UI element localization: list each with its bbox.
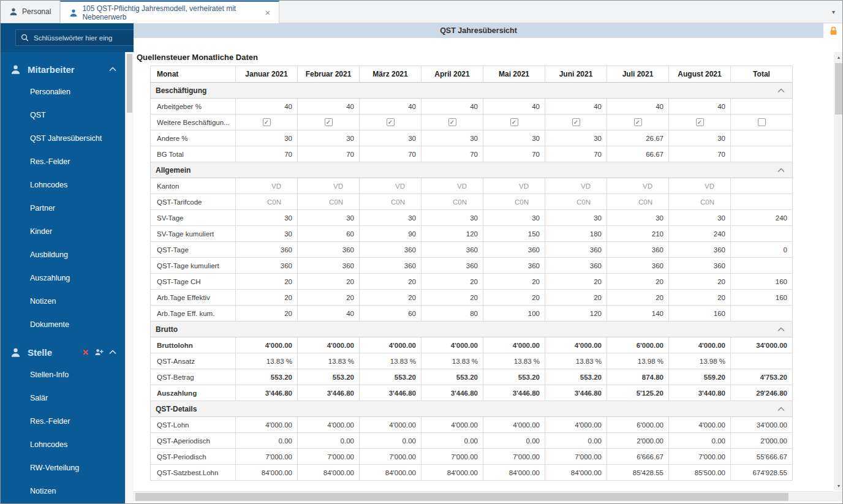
cell[interactable]: 13.83 % <box>483 353 545 369</box>
cell[interactable]: 20 <box>483 274 545 290</box>
cell[interactable]: ✓ <box>360 115 422 130</box>
cell[interactable]: VD <box>236 178 298 194</box>
cell[interactable]: 3'440.80 <box>669 385 731 401</box>
cell[interactable]: 0.00 <box>360 433 422 449</box>
sidebar-item-res-felder[interactable]: Res.-Felder <box>1 150 125 173</box>
cell[interactable]: 360 <box>422 258 483 274</box>
cell[interactable]: 6'000.00 <box>607 337 669 353</box>
chevron-up-icon[interactable] <box>777 168 785 173</box>
sidebar-item-res-felder[interactable]: Res.-Felder <box>1 410 125 433</box>
cell[interactable]: 30 <box>669 210 731 226</box>
cell[interactable]: 4'000.00 <box>545 337 607 353</box>
cell[interactable]: 40 <box>360 99 422 115</box>
cell[interactable]: C0N <box>607 194 669 210</box>
cell[interactable]: 55'666.67 <box>731 449 793 465</box>
cell[interactable] <box>731 226 793 242</box>
cell[interactable]: 6'000.00 <box>607 417 669 433</box>
sidebar-item-salär[interactable]: Salär <box>1 386 125 410</box>
cell[interactable]: 7'000.00 <box>545 449 607 465</box>
tab-active-document[interactable]: 105 QST-Pflichtig Jahresmodell, verheira… <box>60 1 279 23</box>
cell[interactable]: 360 <box>545 258 607 274</box>
cell[interactable]: 240 <box>669 226 731 242</box>
cell[interactable]: 360 <box>669 258 731 274</box>
cell[interactable]: C0N <box>483 194 545 210</box>
checkbox-checked[interactable]: ✓ <box>448 118 456 126</box>
cell[interactable]: 90 <box>360 226 422 242</box>
cell[interactable]: C0N <box>298 194 360 210</box>
close-icon[interactable]: × <box>265 8 271 17</box>
cell[interactable]: VD <box>483 178 545 194</box>
cell[interactable] <box>731 99 793 115</box>
cell[interactable]: 40 <box>545 99 607 115</box>
sidebar-section-mitarbeiter[interactable]: Mitarbeiter <box>1 58 125 80</box>
cell[interactable]: 30 <box>360 130 422 146</box>
cell[interactable]: 100 <box>483 306 545 322</box>
horizontal-scrollbar[interactable] <box>134 491 834 502</box>
cell[interactable]: 84'000.00 <box>422 465 483 481</box>
cell[interactable]: 29'246.80 <box>731 385 793 401</box>
cell[interactable]: 30 <box>298 130 360 146</box>
scrollbar-thumb[interactable] <box>835 63 842 115</box>
checkbox-checked[interactable]: ✓ <box>510 118 518 126</box>
section-row-allgemein[interactable]: Allgemein <box>151 162 793 178</box>
sidebar-item-qst[interactable]: QST <box>1 103 125 127</box>
cell[interactable] <box>731 178 793 194</box>
checkbox-checked[interactable]: ✓ <box>263 118 271 126</box>
cell[interactable] <box>731 258 793 274</box>
cell[interactable]: 360 <box>236 242 298 258</box>
cell[interactable]: 7'000.00 <box>669 449 731 465</box>
cell[interactable]: 70 <box>422 146 483 162</box>
cell[interactable]: 70 <box>236 146 298 162</box>
cell[interactable]: 20 <box>298 274 360 290</box>
cell[interactable]: 84'000.00 <box>298 465 360 481</box>
cell[interactable]: 20 <box>236 290 298 306</box>
cell[interactable] <box>731 115 793 130</box>
cell[interactable]: 13.98 % <box>669 353 731 369</box>
cell[interactable]: 553.20 <box>298 369 360 385</box>
cell[interactable]: 30 <box>236 226 298 242</box>
cell[interactable]: 84'000.00 <box>483 465 545 481</box>
cell[interactable]: 40 <box>669 99 731 115</box>
cell[interactable]: 4'000.00 <box>236 417 298 433</box>
cell[interactable]: VD <box>545 178 607 194</box>
cell[interactable]: 0.00 <box>545 433 607 449</box>
sidebar-item-qst-jahresübersicht[interactable]: QST Jahresübersicht <box>1 127 125 150</box>
cell[interactable]: 160 <box>731 290 793 306</box>
cell[interactable]: 0.00 <box>669 433 731 449</box>
cell[interactable]: 553.20 <box>422 369 483 385</box>
cell[interactable]: 40 <box>422 99 483 115</box>
cell[interactable]: 360 <box>607 242 669 258</box>
cell[interactable]: 360 <box>483 242 545 258</box>
cell[interactable]: 4'000.00 <box>360 337 422 353</box>
cell[interactable]: 3'446.80 <box>545 385 607 401</box>
cell[interactable]: 7'000.00 <box>298 449 360 465</box>
cell[interactable]: 20 <box>545 274 607 290</box>
cell[interactable]: ✓ <box>669 115 731 130</box>
cell[interactable]: 60 <box>298 226 360 242</box>
cell[interactable]: 84'000.00 <box>545 465 607 481</box>
cell[interactable]: 7'000.00 <box>422 449 483 465</box>
checkbox-checked[interactable]: ✓ <box>634 118 642 126</box>
cell[interactable]: 30 <box>545 210 607 226</box>
cell[interactable]: 70 <box>483 146 545 162</box>
cell[interactable]: 84'000.00 <box>360 465 422 481</box>
cell[interactable]: 360 <box>422 242 483 258</box>
cell[interactable]: 30 <box>360 210 422 226</box>
sidebar-item-ausbildung[interactable]: Ausbildung <box>1 243 125 266</box>
cell[interactable]: 26.67 <box>607 130 669 146</box>
cell[interactable]: 674'928.55 <box>731 465 793 481</box>
cell[interactable]: 6'666.67 <box>607 449 669 465</box>
cell[interactable]: 20 <box>669 274 731 290</box>
chevron-up-icon[interactable] <box>109 350 116 355</box>
cell[interactable]: 70 <box>360 146 422 162</box>
cell[interactable]: 13.83 % <box>236 353 298 369</box>
cell[interactable]: 4'000.00 <box>483 337 545 353</box>
cell[interactable]: 34'000.00 <box>731 417 793 433</box>
cell[interactable]: 4'000.00 <box>298 337 360 353</box>
cell[interactable]: C0N <box>669 194 731 210</box>
cell[interactable]: 40 <box>236 99 298 115</box>
sidebar-item-stellen-info[interactable]: Stellen-Info <box>1 363 125 386</box>
cell[interactable]: 30 <box>422 130 483 146</box>
remove-icon[interactable]: ✕ <box>82 348 89 357</box>
cell[interactable]: 30 <box>236 210 298 226</box>
